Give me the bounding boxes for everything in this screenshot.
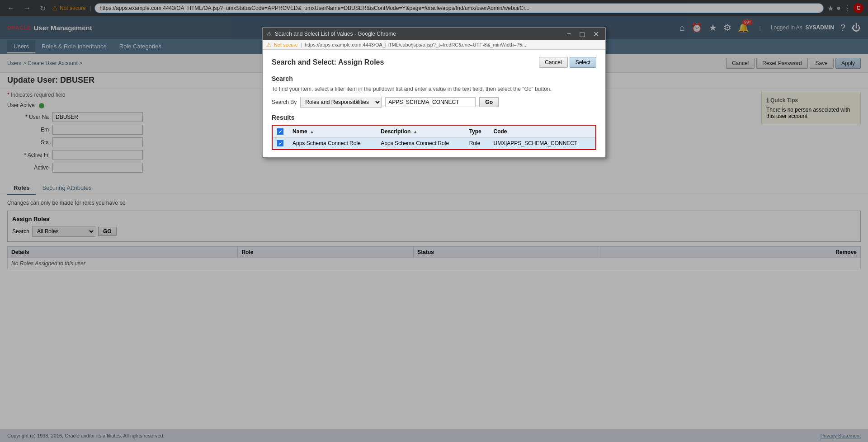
results-table-header: Name ▲ Description ▲ Type Code xyxy=(273,126,595,138)
modal-close-button[interactable]: ✕ xyxy=(590,29,602,39)
row-code-cell: UMX|APPS_SCHEMA_CONNECT xyxy=(489,138,595,149)
results-section-title: Results xyxy=(272,114,596,121)
row-description-cell: Apps Schema Connect Role xyxy=(376,138,464,149)
modal-content: Search and Select: Assign Roles Cancel S… xyxy=(263,50,605,157)
name-sort-icon[interactable]: ▲ xyxy=(310,129,314,134)
modal-search-input[interactable] xyxy=(385,97,476,107)
description-col-header: Description ▲ xyxy=(376,126,464,138)
code-col-header: Code xyxy=(489,126,595,138)
header-checkbox[interactable] xyxy=(277,128,283,135)
row-name-cell: Apps Schema Connect Role xyxy=(288,138,376,149)
desc-sort-icon[interactable]: ▲ xyxy=(413,129,418,134)
search-by-select[interactable]: Roles and Responsibilities Role Name Des… xyxy=(300,97,382,108)
modal-header-buttons: Cancel Select xyxy=(539,57,596,68)
table-row[interactable]: Apps Schema Connect Role Apps Schema Con… xyxy=(273,138,595,149)
modal-restore-button[interactable]: ◻ xyxy=(576,29,588,39)
modal-security-warning: Not secure xyxy=(274,42,298,47)
row-checkbox-cell xyxy=(273,138,288,149)
search-by-label: Search By xyxy=(272,99,297,105)
row-checkbox-wrap xyxy=(277,140,283,146)
results-table: Name ▲ Description ▲ Type Code xyxy=(273,126,595,149)
modal-browser-icon: ⚠ xyxy=(266,30,272,38)
type-col-header: Type xyxy=(465,126,489,138)
checkbox-col-header xyxy=(273,126,288,138)
modal-browser-title: Search and Select List of Values - Googl… xyxy=(275,31,561,37)
modal-browser-bar: ⚠ Search and Select List of Values - Goo… xyxy=(263,28,605,40)
modal-window: ⚠ Search and Select List of Values - Goo… xyxy=(262,27,606,158)
modal-overlay: ⚠ Search and Select List of Values - Goo… xyxy=(0,0,868,442)
row-type-cell: Role xyxy=(465,138,489,149)
modal-minimize-button[interactable]: − xyxy=(564,29,574,39)
modal-go-button[interactable]: Go xyxy=(479,97,499,107)
results-header-row: Name ▲ Description ▲ Type Code xyxy=(273,126,595,138)
modal-cancel-button[interactable]: Cancel xyxy=(539,57,567,68)
modal-title: Search and Select: Assign Roles xyxy=(272,58,384,66)
row-checkbox[interactable] xyxy=(277,140,283,146)
modal-select-button[interactable]: Select xyxy=(570,57,596,68)
modal-header-row: Search and Select: Assign Roles Cancel S… xyxy=(272,57,596,68)
modal-url-text: https://apps.example.com:4443/OA_HTML/ca… xyxy=(305,42,526,47)
results-table-body: Apps Schema Connect Role Apps Schema Con… xyxy=(273,138,595,149)
search-hint: To find your item, select a filter item … xyxy=(272,86,596,92)
header-checkbox-wrap xyxy=(277,128,283,135)
name-col-header: Name ▲ xyxy=(288,126,376,138)
search-section-title: Search xyxy=(272,75,596,82)
modal-url-bar: ⚠ Not secure | https://apps.example.com:… xyxy=(263,40,605,50)
modal-warning-icon: ⚠ xyxy=(266,42,271,48)
modal-search-row: Search By Roles and Responsibilities Rol… xyxy=(272,97,596,108)
modal-url-sep: | xyxy=(301,42,302,47)
results-table-wrap: Name ▲ Description ▲ Type Code xyxy=(272,125,596,150)
